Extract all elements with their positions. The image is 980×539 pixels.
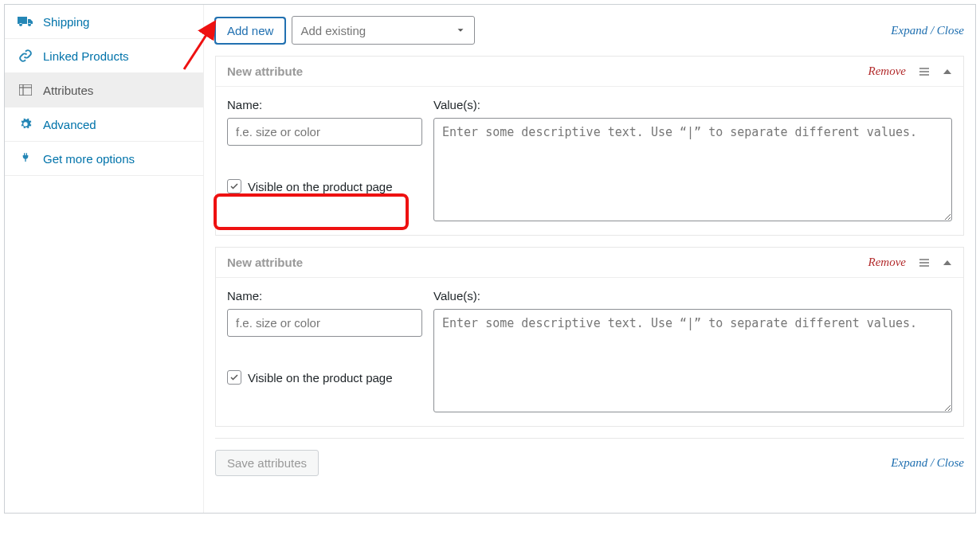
values-label: Value(s): <box>433 289 952 303</box>
visible-label: Visible on the product page <box>248 371 393 385</box>
attribute-card: New attribute Remove Name: <box>215 247 964 427</box>
tab-label: Get more options <box>43 152 135 166</box>
tab-label: Advanced <box>43 118 96 131</box>
tab-attributes[interactable]: Attributes <box>5 73 203 107</box>
tab-get-more-options[interactable]: Get more options <box>5 142 203 176</box>
drag-handle-icon[interactable] <box>919 257 930 268</box>
drag-handle-icon[interactable] <box>919 66 930 77</box>
attribute-name-input[interactable] <box>227 118 422 146</box>
truck-icon <box>18 14 33 29</box>
tab-label: Linked Products <box>43 49 129 63</box>
save-attributes-button[interactable]: Save attributes <box>215 450 319 476</box>
attribute-name-input[interactable] <box>227 309 422 337</box>
tab-shipping[interactable]: Shipping <box>5 5 203 39</box>
gear-icon <box>18 117 33 131</box>
attribute-values-textarea[interactable] <box>433 309 952 412</box>
remove-attribute-link[interactable]: Remove <box>868 64 906 78</box>
close-link[interactable]: Close <box>937 456 964 469</box>
select-placeholder: Add existing <box>300 24 366 37</box>
expand-link[interactable]: Expand <box>891 456 927 469</box>
attributes-icon <box>18 83 33 97</box>
attribute-heading: New attribute <box>227 64 303 78</box>
expand-close-links-bottom: Expand / Close <box>891 456 964 470</box>
add-new-button[interactable]: Add new <box>215 18 285 44</box>
svg-rect-0 <box>19 84 32 96</box>
expand-link[interactable]: Expand <box>891 24 927 37</box>
expand-close-links: Expand / Close <box>891 24 964 37</box>
add-existing-select[interactable]: Add existing <box>292 16 475 45</box>
slash-divider: / <box>931 24 937 37</box>
link-icon <box>18 49 33 63</box>
attribute-heading: New attribute <box>227 256 303 269</box>
checkbox-checked-icon <box>227 179 241 193</box>
remove-attribute-link[interactable]: Remove <box>868 256 906 269</box>
tab-label: Attributes <box>43 84 93 97</box>
attributes-panel: Add new Add existing Expand / Close New … <box>204 5 975 513</box>
plug-icon <box>18 151 33 166</box>
values-label: Value(s): <box>433 98 952 111</box>
close-link[interactable]: Close <box>937 24 964 37</box>
collapse-icon[interactable] <box>943 258 952 268</box>
attribute-values-textarea[interactable] <box>433 118 952 221</box>
tab-label: Shipping <box>43 15 89 29</box>
tab-linked-products[interactable]: Linked Products <box>5 39 203 73</box>
visible-label: Visible on the product page <box>248 180 393 193</box>
name-label: Name: <box>227 289 422 303</box>
slash-divider: / <box>931 456 937 469</box>
attribute-card: New attribute Remove Name: <box>215 56 964 236</box>
tab-advanced[interactable]: Advanced <box>5 107 203 142</box>
chevron-down-icon <box>455 25 466 36</box>
checkbox-checked-icon <box>227 370 241 385</box>
visible-checkbox-row[interactable]: Visible on the product page <box>227 179 422 193</box>
visible-checkbox-row[interactable]: Visible on the product page <box>227 370 422 385</box>
name-label: Name: <box>227 98 422 111</box>
collapse-icon[interactable] <box>943 67 952 76</box>
product-data-tabs: Shipping Linked Products Attributes Adva… <box>5 5 204 513</box>
